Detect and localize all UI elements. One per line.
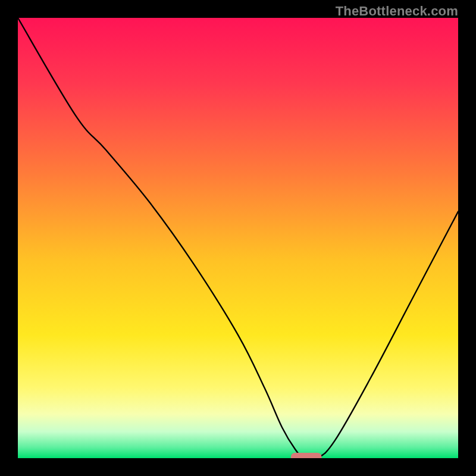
watermark-label: TheBottleneck.com	[336, 4, 458, 19]
bottleneck-curve	[18, 18, 458, 458]
plot-area	[18, 18, 458, 458]
chart-container: TheBottleneck.com	[0, 0, 476, 476]
optimal-marker	[291, 453, 322, 458]
curve-layer	[18, 18, 458, 458]
